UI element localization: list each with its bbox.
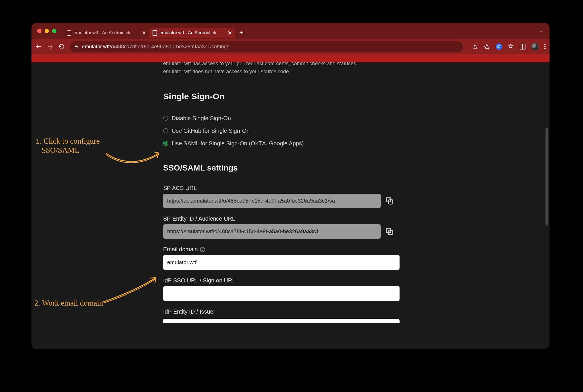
radio-label: Use SAML for Single Sign-On (OKTA, Googl… (172, 138, 304, 149)
sp-entity-id-field[interactable]: https://emulator.wtf/o/488ca78f-c15d-4e9… (163, 224, 381, 239)
browser-tab-active[interactable]: emulator.wtf - An Android clo... (149, 28, 235, 38)
nav-forward-button[interactable] (47, 43, 53, 50)
radio-icon (163, 128, 168, 133)
browser-toolbar: emulator.wtf/o/488ca78f-c15d-4e9f-a5a0-b… (31, 39, 550, 54)
extension-badge-icon[interactable]: ① (496, 43, 502, 50)
sp-acs-url-field[interactable]: https://api.emulator.wtf/o/488ca78f-c15d… (163, 194, 381, 208)
nav-back-button[interactable] (35, 43, 42, 50)
extensions-puzzle-icon[interactable] (508, 43, 514, 50)
site-header-strip (31, 54, 550, 62)
browser-window: emulator.wtf - An Android clo... emulato… (31, 23, 550, 349)
tabs-dropdown-icon[interactable] (538, 29, 543, 35)
svg-rect-2 (75, 46, 78, 48)
scrollbar-thumb[interactable] (546, 128, 548, 225)
tab-favicon-icon (153, 30, 157, 36)
svg-marker-5 (484, 44, 489, 49)
window-controls (37, 29, 56, 33)
access-info-line: emulator.wtf has access to your pull req… (163, 62, 412, 68)
share-icon[interactable] (472, 43, 478, 50)
tab-strip: emulator.wtf - An Android clo... emulato… (31, 23, 550, 39)
field-label-idp-sso: IdP SSO URL / Sign on URL (163, 277, 412, 284)
profile-avatar[interactable] (531, 43, 539, 50)
url-host: emulator.wtf (82, 44, 110, 50)
radio-icon (163, 116, 168, 121)
divider (163, 177, 412, 177)
window-maximize-icon[interactable] (52, 29, 56, 33)
browser-tab-inactive[interactable]: emulator.wtf - An Android clo... (63, 28, 149, 38)
section-heading-sso: Single Sign-On (163, 92, 412, 101)
window-minimize-icon[interactable] (45, 29, 49, 33)
field-label-idp-entity: IdP Entity ID / Issuer (163, 308, 412, 315)
help-icon[interactable]: ? (200, 247, 205, 252)
radio-label: Disable Single Sign-On (172, 113, 231, 123)
lock-icon (74, 44, 78, 49)
idp-entity-id-input[interactable] (163, 319, 400, 323)
copy-icon[interactable] (385, 227, 394, 236)
window-close-icon[interactable] (37, 29, 41, 33)
access-info-line: emulator.wtf does not have access to you… (163, 68, 412, 76)
tab-title: emulator.wtf - An Android clo... (74, 30, 140, 35)
address-bar[interactable]: emulator.wtf/o/488ca78f-c15d-4e9f-a5a0-b… (70, 41, 463, 52)
sso-option-disable[interactable]: Disable Single Sign-On (163, 112, 412, 124)
sso-option-saml[interactable]: Use SAML for Single Sign-On (OKTA, Googl… (163, 137, 412, 150)
email-domain-input[interactable] (163, 255, 400, 270)
new-tab-button[interactable]: + (237, 28, 246, 37)
menu-kebab-icon[interactable] (544, 44, 546, 49)
section-heading-saml-settings: SSO/SAML settings (163, 163, 412, 173)
radio-label: Use GitHub for Single Sign-On (172, 126, 250, 136)
url-path: /o/488ca78f-c15d-4e9f-a5a0-be326a9aa3c1/… (110, 44, 229, 50)
radio-icon (163, 141, 168, 146)
divider (163, 106, 412, 106)
bookmark-star-icon[interactable] (484, 43, 490, 50)
tab-close-icon[interactable] (228, 31, 232, 35)
field-label-sp-acs: SP ACS URL (163, 185, 412, 191)
reload-button[interactable] (58, 43, 65, 50)
tab-favicon-icon (67, 30, 71, 36)
tab-title: emulator.wtf - An Android clo... (159, 30, 226, 35)
idp-sso-url-input[interactable] (163, 286, 400, 301)
field-label-sp-entity: SP Entity ID / Audience URL (163, 215, 412, 222)
tab-close-icon[interactable] (142, 31, 146, 35)
sidepanel-icon[interactable] (520, 44, 525, 50)
sso-option-github[interactable]: Use GitHub for Single Sign-On (163, 124, 412, 137)
page-content: emulator.wtf has access to your pull req… (31, 62, 550, 349)
field-label-email-domain: Email domain ? (163, 246, 412, 253)
copy-icon[interactable] (385, 197, 394, 205)
